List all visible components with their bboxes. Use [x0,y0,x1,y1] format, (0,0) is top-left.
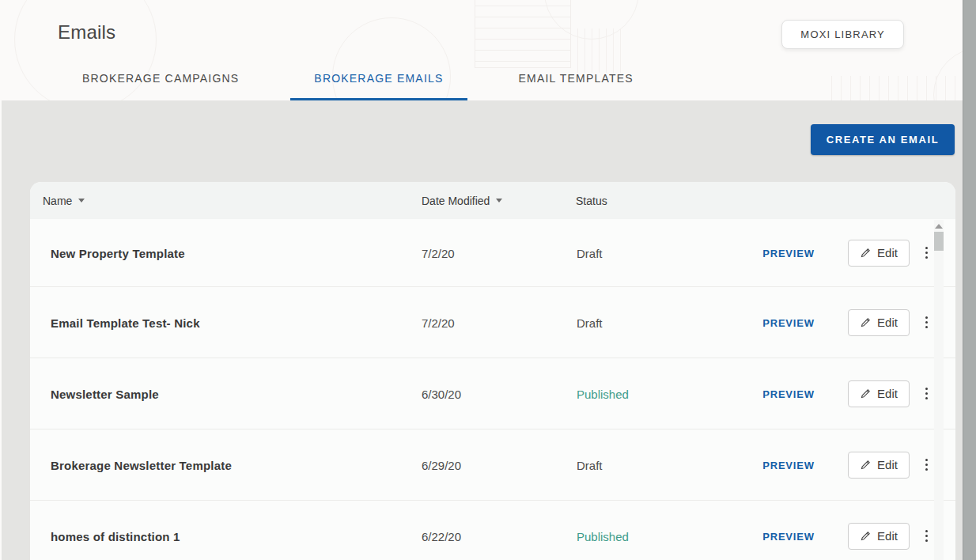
status-text: Published [577,529,629,543]
moxi-library-button[interactable]: MOXI LIBRARY [781,20,904,49]
date-modified: 7/2/20 [422,246,455,259]
pencil-icon [860,316,872,328]
status-text: Draft [577,316,603,329]
table-row: Email Template Test- Nick 7/2/20 Draft P… [30,287,955,358]
table-row: New Property Template 7/2/20 Draft PREVI… [30,219,955,287]
column-header-status: Status [576,195,607,207]
decorative-circle [544,0,639,40]
window-scrollbar[interactable] [963,0,976,560]
status-text: Published [577,387,629,400]
column-header-date-modified[interactable]: Date Modified [422,195,502,207]
table-row: Newsletter Sample 6/30/20 Published PREV… [30,358,955,429]
scrollbar-thumb[interactable] [934,232,944,251]
date-modified: 6/22/20 [422,529,461,543]
more-options-kebab-icon[interactable] [919,244,933,263]
email-name: New Property Template [51,246,185,259]
edit-button[interactable]: Edit [848,452,910,479]
preview-link[interactable]: PREVIEW [732,459,845,471]
edit-button[interactable]: Edit [848,380,910,407]
tab-bar: BROKERAGE CAMPAIGNS BROKERAGE EMAILS EMA… [59,72,657,100]
email-name: Newsletter Sample [51,387,159,400]
email-name: Brokerage Newsletter Template [51,458,232,471]
page-header: Emails MOXI LIBRARY BROKERAGE CAMPAIGNS … [0,0,963,100]
tab-brokerage-emails[interactable]: BROKERAGE EMAILS [290,72,467,100]
column-header-name[interactable]: Name [43,195,85,207]
date-modified: 7/2/20 [422,316,455,329]
edit-button-label: Edit [877,387,898,400]
pencil-icon [860,247,872,259]
preview-link[interactable]: PREVIEW [732,316,845,328]
table-row: Brokerage Newsletter Template 6/29/20 Dr… [30,429,955,501]
column-header-status-label: Status [576,195,607,207]
pencil-icon [860,388,872,399]
table-body: New Property Template 7/2/20 Draft PREVI… [30,219,955,560]
sort-caret-icon [496,199,502,202]
date-modified: 6/29/20 [422,458,461,471]
create-an-email-button[interactable]: CREATE AN EMAIL [811,124,955,155]
table-header-row: Name Date Modified Status [30,182,955,219]
table-row: homes of distinction 1 6/22/20 Published… [30,501,955,560]
edit-button-label: Edit [877,316,898,329]
decorative-lined-panel [475,0,571,68]
edit-button[interactable]: Edit [848,240,910,267]
edit-button-label: Edit [877,246,898,259]
email-name: Email Template Test- Nick [51,316,200,329]
pencil-icon [860,459,872,471]
status-text: Draft [577,458,603,471]
emails-table: Name Date Modified Status New P [30,182,955,560]
preview-link[interactable]: PREVIEW [732,530,845,542]
date-modified: 6/30/20 [422,387,461,400]
tab-email-templates[interactable]: EMAIL TEMPLATES [495,72,657,100]
more-options-kebab-icon[interactable] [919,313,933,332]
page: Emails MOXI LIBRARY BROKERAGE CAMPAIGNS … [0,0,976,560]
decorative-circle [933,47,963,100]
more-options-kebab-icon[interactable] [919,527,933,546]
table-scrollbar[interactable] [934,220,944,560]
status-text: Draft [577,246,603,259]
decorative-line-pattern [823,76,963,100]
edit-button-label: Edit [877,529,898,543]
page-title: Emails [58,21,115,44]
preview-link[interactable]: PREVIEW [732,388,845,399]
more-options-kebab-icon[interactable] [919,456,933,475]
sort-caret-icon [78,199,85,202]
column-header-date-label: Date Modified [422,195,490,207]
email-name: homes of distinction 1 [51,529,180,543]
preview-link[interactable]: PREVIEW [732,247,845,259]
pencil-icon [860,530,872,542]
decorative-line-pattern [571,28,625,73]
scroll-up-arrow-icon[interactable] [935,224,943,229]
edit-button[interactable]: Edit [848,523,910,550]
column-header-name-label: Name [43,195,72,207]
tab-brokerage-campaigns[interactable]: BROKERAGE CAMPAIGNS [59,72,263,100]
edit-button[interactable]: Edit [848,309,910,336]
left-edge-strip [0,100,2,560]
edit-button-label: Edit [877,458,898,471]
app-area: Emails MOXI LIBRARY BROKERAGE CAMPAIGNS … [0,0,963,560]
more-options-kebab-icon[interactable] [919,384,933,403]
content-area: CREATE AN EMAIL Name Date Modified Statu… [0,100,963,560]
